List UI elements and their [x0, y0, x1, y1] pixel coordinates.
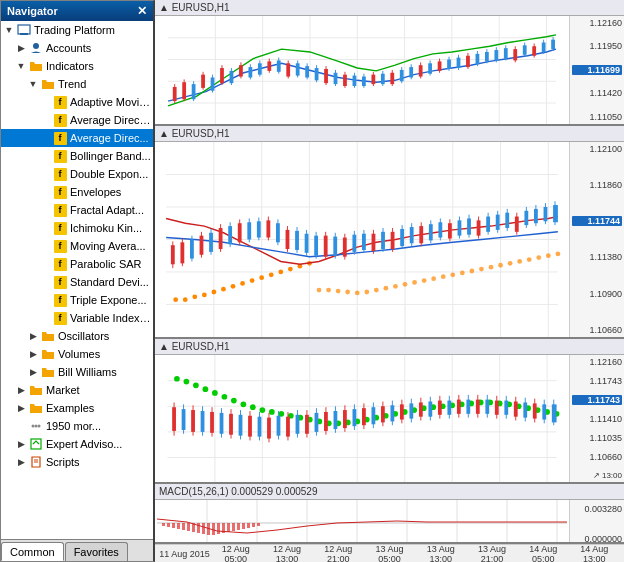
tree-item-oscillators[interactable]: ▶Oscillators — [1, 327, 153, 345]
tree-item-tema[interactable]: fTriple Expone... — [1, 291, 153, 309]
time-label-9: 14 Aug 13:00 — [569, 544, 620, 562]
chart-panel-1[interactable]: ▲ EURUSD,H1 — [155, 0, 624, 126]
tree-item-admi[interactable]: fAverage Directional Movement Index — [1, 111, 153, 129]
label-adirect: Average Direc... — [70, 132, 149, 144]
chart-panel-1-symbol: ▲ EURUSD,H1 — [159, 2, 229, 13]
svg-point-135 — [355, 290, 360, 295]
svg-point-121 — [221, 287, 226, 292]
tree-item-scripts[interactable]: ▶Scripts — [1, 453, 153, 471]
price-2-1: 1.12100 — [572, 144, 622, 154]
chart-area: ▲ EURUSD,H1 — [155, 0, 624, 562]
chart-panel-3-header: ▲ EURUSD,H1 — [155, 339, 624, 355]
svg-rect-402 — [257, 523, 260, 526]
tree-item-adirect[interactable]: fAverage Direc... — [1, 129, 153, 147]
tree-item-vidya[interactable]: fVariable Index ... — [1, 309, 153, 327]
tab-common[interactable]: Common — [1, 542, 64, 561]
svg-point-260 — [259, 407, 265, 413]
tree-item-stddev[interactable]: fStandard Devi... — [1, 273, 153, 291]
chart-panel-2-canvas[interactable]: 1.12100 1.11860 1.11744 1.11380 1.10900 … — [155, 142, 624, 337]
toggle-admi[interactable] — [39, 114, 51, 126]
navigator-tree: ▼Trading Platform▶Accounts▼Indicators▼Tr… — [1, 21, 153, 471]
tree-item-indicators[interactable]: ▼Indicators — [1, 57, 153, 75]
svg-point-123 — [240, 281, 245, 286]
label-trend: Trend — [58, 78, 86, 90]
chart-panel-2[interactable]: ▲ EURUSD,H1 — [155, 126, 624, 339]
tree-item-bbands[interactable]: fBollinger Band... — [1, 147, 153, 165]
tree-item-psar[interactable]: fParabolic SAR — [1, 255, 153, 273]
price-1-current: 1.11699 — [572, 65, 622, 75]
chart-panel-3-canvas[interactable]: 1.12160 1.11743 1.11743 1.11410 1.11035 … — [155, 355, 624, 482]
toggle-1950more[interactable] — [15, 420, 27, 432]
tree-item-accounts[interactable]: ▶Accounts — [1, 39, 153, 57]
chart-panel-2-inner — [155, 142, 569, 337]
toggle-vidya[interactable] — [39, 312, 51, 324]
svg-point-133 — [336, 289, 341, 294]
toggle-stddev[interactable] — [39, 276, 51, 288]
toggle-trend[interactable]: ▼ — [27, 78, 39, 90]
tree-item-trend[interactable]: ▼Trend — [1, 75, 153, 93]
chart-panel-3-symbol: ▲ EURUSD,H1 — [159, 341, 229, 352]
toggle-envelopes[interactable] — [39, 186, 51, 198]
tree-item-billwilliams[interactable]: ▶Bill Williams — [1, 363, 153, 381]
toggle-tema[interactable] — [39, 294, 51, 306]
tree-item-examples[interactable]: ▶Examples — [1, 399, 153, 417]
svg-rect-237 — [553, 205, 558, 222]
tree-item-ea[interactable]: ▶Expert Adviso... — [1, 435, 153, 453]
svg-point-256 — [222, 394, 228, 400]
toggle-indicators[interactable]: ▼ — [15, 60, 27, 72]
icon-market — [28, 382, 44, 398]
chart-panel-1-canvas[interactable]: 1.12160 1.11950 1.11699 1.11420 1.11050 — [155, 16, 624, 124]
time-label-5: 13 Aug 05:00 — [364, 544, 415, 562]
toggle-ichimoku[interactable] — [39, 222, 51, 234]
price-2-current: 1.11744 — [572, 216, 622, 226]
svg-point-149 — [489, 265, 494, 270]
tree-item-platform[interactable]: ▼Trading Platform — [1, 21, 153, 39]
toggle-examples[interactable]: ▶ — [15, 402, 27, 414]
toggle-oscillators[interactable]: ▶ — [27, 330, 39, 342]
svg-point-152 — [517, 259, 522, 264]
toggle-platform[interactable]: ▼ — [3, 24, 15, 36]
tab-favorites[interactable]: Favorites — [65, 542, 128, 561]
svg-point-117 — [183, 297, 188, 302]
svg-rect-397 — [232, 523, 235, 531]
navigator-titlebar: Navigator ✕ — [1, 1, 153, 21]
label-fractal: Fractal Adapt... — [70, 204, 144, 216]
chart-panel-macd-canvas[interactable]: 0.003280 0.000000 — [155, 500, 624, 544]
toggle-accounts[interactable]: ▶ — [15, 42, 27, 54]
time-label-2: 12 Aug 05:00 — [210, 544, 261, 562]
tree-item-1950more[interactable]: 1950 mor... — [1, 417, 153, 435]
label-ma: Moving Avera... — [70, 240, 146, 252]
toggle-bbands[interactable] — [39, 150, 51, 162]
chart-panel-3[interactable]: ▲ EURUSD,H1 — [155, 339, 624, 484]
tree-item-envelopes[interactable]: fEnvelopes — [1, 183, 153, 201]
price-3-current: 1.11743 — [572, 395, 622, 405]
svg-point-4 — [35, 425, 38, 428]
toggle-fractal[interactable] — [39, 204, 51, 216]
tree-item-ama[interactable]: fAdaptive Moving Average — [1, 93, 153, 111]
tree-item-market[interactable]: ▶Market — [1, 381, 153, 399]
toggle-psar[interactable] — [39, 258, 51, 270]
toggle-adirect[interactable] — [39, 132, 51, 144]
chart-macd-price-axis: 0.003280 0.000000 — [569, 500, 624, 544]
tree-item-dema[interactable]: fDouble Expon... — [1, 165, 153, 183]
navigator-close-button[interactable]: ✕ — [137, 4, 147, 18]
svg-rect-383 — [162, 523, 165, 526]
svg-point-257 — [231, 397, 237, 403]
toggle-dema[interactable] — [39, 168, 51, 180]
toggle-volumes[interactable]: ▶ — [27, 348, 39, 360]
toggle-scripts[interactable]: ▶ — [15, 456, 27, 468]
tree-item-ichimoku[interactable]: fIchimoku Kin... — [1, 219, 153, 237]
tree-item-fractal[interactable]: fFractal Adapt... — [1, 201, 153, 219]
svg-rect-393 — [212, 523, 215, 535]
toggle-ma[interactable] — [39, 240, 51, 252]
tree-item-ma[interactable]: fMoving Avera... — [1, 237, 153, 255]
svg-point-251 — [174, 376, 180, 382]
toggle-ea[interactable]: ▶ — [15, 438, 27, 450]
toggle-ama[interactable] — [39, 96, 51, 108]
toggle-market[interactable]: ▶ — [15, 384, 27, 396]
toggle-billwilliams[interactable]: ▶ — [27, 366, 39, 378]
chart-panel-macd[interactable]: MACD(15,26,1) 0.000529 0.000529 — [155, 484, 624, 544]
tree-item-volumes[interactable]: ▶Volumes — [1, 345, 153, 363]
time-label-3: 12 Aug 13:00 — [261, 544, 312, 562]
icon-scripts — [28, 454, 44, 470]
